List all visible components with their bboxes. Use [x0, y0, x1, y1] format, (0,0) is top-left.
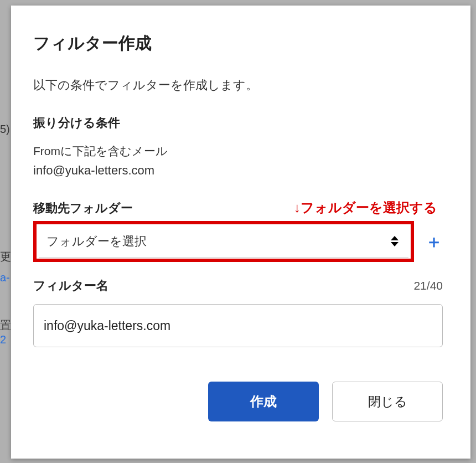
filter-name-label: フィルター名 — [33, 277, 108, 294]
create-button[interactable]: 作成 — [208, 382, 319, 421]
bg-text: a- — [0, 271, 10, 284]
add-folder-button[interactable]: ＋ — [425, 233, 443, 250]
select-placeholder: フォルダーを選択 — [46, 233, 147, 250]
folder-select-dropdown[interactable]: フォルダーを選択 — [39, 225, 408, 258]
condition-value: info@yuka-letters.com — [33, 163, 443, 178]
bg-text: 置 — [0, 318, 11, 333]
bg-text: 更 — [0, 249, 11, 264]
intro-text: 以下の条件でフィルターを作成します。 — [33, 77, 443, 94]
destination-folder-label: 移動先フォルダー — [33, 200, 133, 217]
annotation-highlight-box: フォルダーを選択 — [33, 221, 414, 262]
dialog-title: フィルター作成 — [33, 32, 443, 55]
updown-icon — [391, 236, 399, 246]
close-button[interactable]: 閉じる — [332, 382, 443, 421]
conditions-label: 振り分ける条件 — [33, 115, 443, 131]
condition-description: Fromに下記を含むメール — [33, 143, 443, 159]
filter-create-dialog: フィルター作成 以下の条件でフィルターを作成します。 振り分ける条件 Fromに… — [11, 6, 470, 459]
bg-text: 5) — [0, 123, 10, 136]
bg-text: 2 — [0, 333, 6, 346]
filter-name-input[interactable] — [33, 304, 443, 347]
annotation-text: ↓フォルダーを選択する — [294, 199, 437, 217]
character-counter: 21/40 — [413, 279, 443, 292]
